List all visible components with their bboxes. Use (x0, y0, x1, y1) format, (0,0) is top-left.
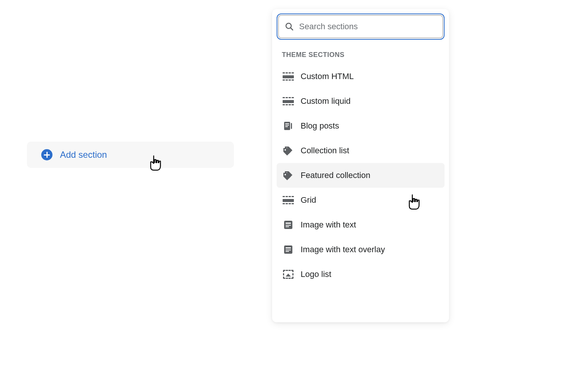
svg-line-1 (291, 28, 293, 30)
group-header: THEME SECTIONS (272, 43, 449, 62)
tag-icon (283, 145, 294, 156)
svg-point-10 (285, 174, 286, 175)
add-section-label: Add section (60, 150, 107, 160)
svg-rect-14 (286, 226, 289, 227)
svg-rect-13 (286, 225, 291, 226)
section-item[interactable]: Image with text overlay (277, 237, 445, 262)
svg-rect-2 (284, 122, 290, 130)
section-item[interactable]: Grid (277, 188, 445, 212)
logo-icon (283, 269, 294, 280)
add-section-button[interactable]: Add section (27, 142, 234, 168)
svg-rect-18 (286, 251, 289, 252)
block-icon (283, 96, 294, 107)
section-item[interactable]: Blog posts (277, 114, 445, 138)
section-item-label: Custom liquid (301, 96, 350, 106)
svg-rect-5 (285, 126, 288, 127)
block-icon (283, 195, 294, 206)
textdoc-icon (283, 244, 294, 255)
section-item[interactable]: Custom liquid (277, 89, 445, 114)
section-item-label: Blog posts (301, 121, 339, 131)
block-icon (283, 71, 294, 82)
section-item[interactable]: Image with text (277, 212, 445, 237)
search-box[interactable] (278, 15, 443, 38)
section-list: Custom HTMLCustom liquidBlog postsCollec… (272, 62, 449, 287)
plus-circle-icon (41, 149, 52, 160)
svg-rect-17 (286, 250, 291, 250)
tag-icon (283, 170, 294, 181)
section-item-label: Custom HTML (301, 72, 354, 81)
textdoc-icon (283, 219, 294, 230)
section-item-label: Image with text overlay (301, 245, 385, 254)
svg-rect-6 (291, 123, 292, 129)
section-item-label: Featured collection (301, 171, 370, 180)
svg-rect-16 (286, 247, 291, 248)
section-item[interactable]: Collection list (277, 138, 445, 163)
section-item[interactable]: Logo list (277, 262, 445, 287)
doc-icon (283, 120, 294, 132)
section-item-label: Collection list (301, 146, 349, 156)
search-icon (285, 22, 294, 31)
svg-rect-4 (285, 125, 289, 126)
section-item-label: Grid (301, 195, 316, 205)
search-wrapper (272, 9, 449, 43)
svg-rect-12 (286, 223, 291, 224)
sections-panel: THEME SECTIONS Custom HTMLCustom liquidB… (272, 9, 449, 322)
svg-point-8 (285, 149, 286, 151)
section-item[interactable]: Custom HTML (277, 64, 445, 89)
section-item-label: Logo list (301, 269, 331, 279)
section-item-label: Image with text (301, 220, 356, 230)
search-input[interactable] (299, 22, 436, 31)
svg-rect-3 (285, 123, 289, 124)
section-item[interactable]: Featured collection (277, 163, 445, 188)
